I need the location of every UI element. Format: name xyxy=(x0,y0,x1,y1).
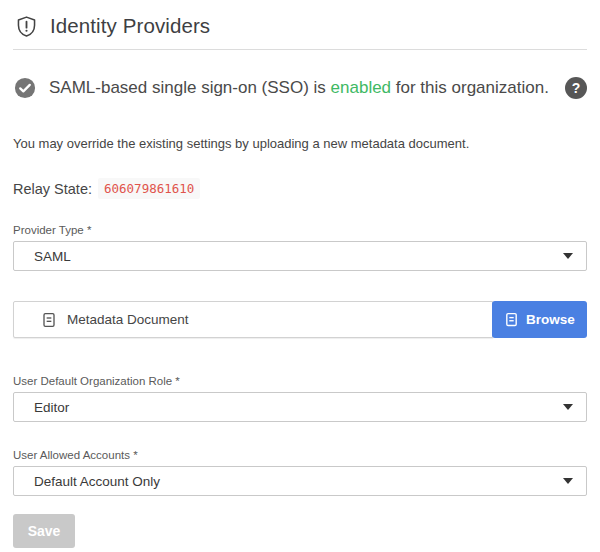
browse-button-label: Browse xyxy=(526,312,575,327)
document-icon xyxy=(41,312,57,328)
default-role-select[interactable]: Editor xyxy=(13,392,587,422)
metadata-document-placeholder: Metadata Document xyxy=(67,312,189,327)
caret-down-icon xyxy=(563,253,573,259)
caret-down-icon xyxy=(563,404,573,410)
provider-type-label: Provider Type * xyxy=(13,224,587,236)
check-circle-icon xyxy=(14,77,36,99)
allowed-accounts-label: User Allowed Accounts * xyxy=(13,449,587,461)
allowed-accounts-select[interactable]: Default Account Only xyxy=(13,466,587,496)
relay-state-row: Relay State: 606079861610 xyxy=(13,178,587,199)
sso-status-suffix: for this organization. xyxy=(391,78,549,97)
allowed-accounts-field: User Allowed Accounts * Default Account … xyxy=(13,449,587,496)
provider-type-field: Provider Type * SAML xyxy=(13,224,587,271)
document-icon xyxy=(504,312,519,327)
caret-down-icon xyxy=(563,478,573,484)
provider-type-select[interactable]: SAML xyxy=(13,241,587,271)
provider-type-value: SAML xyxy=(34,249,71,264)
metadata-document-row: Metadata Document Browse xyxy=(13,301,587,338)
override-note: You may override the existing settings b… xyxy=(13,136,587,151)
help-icon[interactable]: ? xyxy=(565,77,587,99)
metadata-document-input[interactable]: Metadata Document xyxy=(13,301,493,338)
identity-providers-panel: Identity Providers SAML-based single sig… xyxy=(0,0,600,548)
allowed-accounts-value: Default Account Only xyxy=(34,474,160,489)
shield-exclamation-icon xyxy=(15,15,38,38)
sso-status-row: SAML-based single sign-on (SSO) is enabl… xyxy=(13,77,587,99)
default-role-value: Editor xyxy=(34,400,69,415)
page-title: Identity Providers xyxy=(50,14,210,38)
default-role-field: User Default Organization Role * Editor xyxy=(13,375,587,422)
relay-state-value: 606079861610 xyxy=(98,178,200,199)
sso-status-enabled: enabled xyxy=(331,78,392,97)
sso-status-text: SAML-based single sign-on (SSO) is enabl… xyxy=(49,78,549,98)
default-role-label: User Default Organization Role * xyxy=(13,375,587,387)
save-button[interactable]: Save xyxy=(13,514,75,548)
sso-status-prefix: SAML-based single sign-on (SSO) is xyxy=(49,78,331,97)
browse-button[interactable]: Browse xyxy=(492,301,587,338)
relay-state-label: Relay State: xyxy=(13,181,92,197)
page-header: Identity Providers xyxy=(13,12,587,50)
